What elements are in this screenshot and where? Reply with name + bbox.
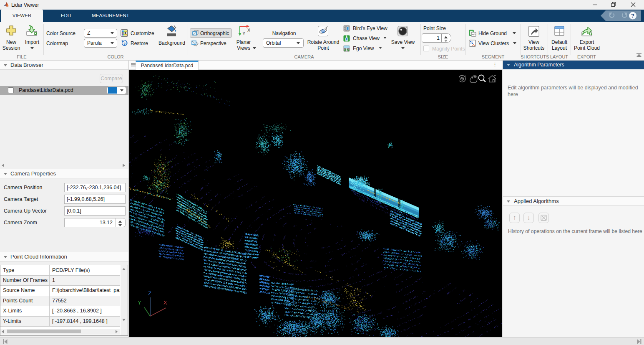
svg-text:5: 5 (123, 42, 126, 46)
svg-text:?: ? (631, 13, 634, 19)
svg-text:Y: Y (242, 31, 246, 36)
svg-text:X: X (247, 28, 250, 33)
